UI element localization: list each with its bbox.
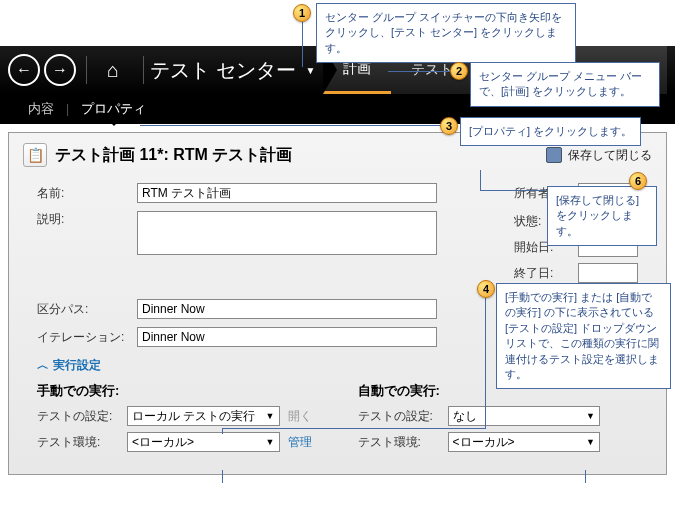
forward-button[interactable]: → xyxy=(44,54,76,86)
auto-test-settings-dropdown[interactable]: なし▼ xyxy=(448,406,601,426)
chevron-down-icon: ▼ xyxy=(266,437,275,447)
callout-2-badge: 2 xyxy=(450,62,468,80)
name-input[interactable] xyxy=(137,183,437,203)
manual-settings-label: テストの設定: xyxy=(37,408,127,425)
name-label: 名前: xyxy=(37,185,137,202)
center-group-title: テスト センター xyxy=(150,57,296,84)
chevron-down-icon: ▼ xyxy=(586,411,595,421)
subtab-property[interactable]: プロパティ xyxy=(69,100,158,118)
manual-run-title: 手動での実行: xyxy=(37,382,318,400)
callout-6-badge: 6 xyxy=(629,172,647,190)
callout-1-text: センター グループ スイッチャーの下向き矢印をクリックし、[テスト センター] … xyxy=(316,3,576,63)
collapse-icon: ︿ xyxy=(37,357,49,374)
area-label: 区分パス: xyxy=(37,301,137,318)
iteration-input[interactable] xyxy=(137,327,437,347)
manage-link[interactable]: 管理 xyxy=(288,434,318,451)
home-button[interactable]: ⌂ xyxy=(97,54,129,86)
iteration-label: イテレーション: xyxy=(37,329,137,346)
end-label: 終了日: xyxy=(514,265,578,282)
callout-3-text: [プロパティ] をクリックします。 xyxy=(460,117,641,146)
panel-title: テスト計画 11*: RTM テスト計画 xyxy=(55,145,546,166)
auto-settings-label: テストの設定: xyxy=(358,408,448,425)
auto-env-label: テスト環境: xyxy=(358,434,448,451)
end-date-input[interactable] xyxy=(578,263,638,283)
callout-1-badge: 1 xyxy=(293,4,311,22)
manual-env-label: テスト環境: xyxy=(37,434,127,451)
auto-test-env-dropdown[interactable]: <ローカル>▼ xyxy=(448,432,601,452)
save-close-label: 保存して閉じる xyxy=(568,147,652,164)
open-link: 開く xyxy=(288,408,318,425)
subtab-content[interactable]: 内容 xyxy=(16,100,66,118)
description-input[interactable] xyxy=(137,211,437,255)
callout-6-text: [保存して閉じる] をクリックします。 xyxy=(547,186,657,246)
desc-label: 説明: xyxy=(37,211,137,228)
callout-2-text: センター グループ メニュー バーで、[計画] をクリックします。 xyxy=(470,62,660,107)
center-switcher-dropdown[interactable]: ▼ xyxy=(302,61,320,80)
area-path-input[interactable] xyxy=(137,299,437,319)
save-and-close-button[interactable]: 保存して閉じる xyxy=(546,147,652,164)
chevron-down-icon: ▼ xyxy=(586,437,595,447)
chevron-down-icon: ▼ xyxy=(266,411,275,421)
manual-test-env-dropdown[interactable]: <ローカル>▼ xyxy=(127,432,280,452)
callout-3-badge: 3 xyxy=(440,117,458,135)
callout-4-text: [手動での実行] または [自動での実行] の下に表示されている [テストの設定… xyxy=(496,283,671,389)
plan-icon: 📋 xyxy=(23,143,47,167)
save-icon xyxy=(546,147,562,163)
callout-4-badge: 4 xyxy=(477,280,495,298)
back-button[interactable]: ← xyxy=(8,54,40,86)
manual-test-settings-dropdown[interactable]: ローカル テストの実行▼ xyxy=(127,406,280,426)
